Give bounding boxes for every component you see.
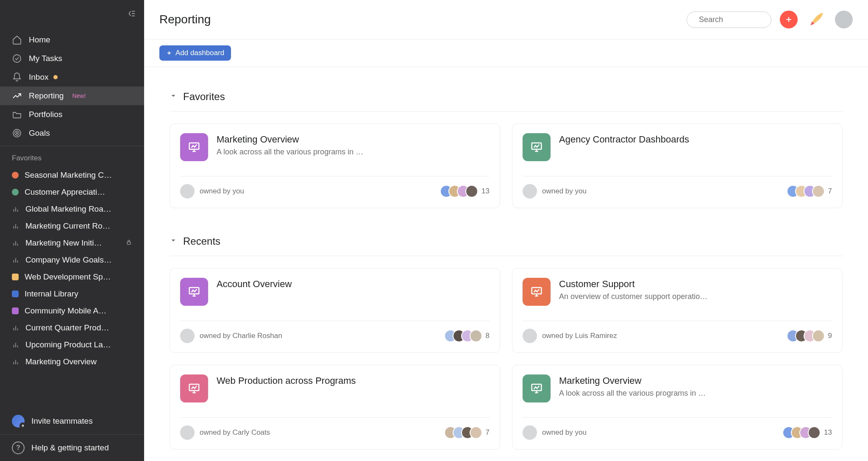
- card-grid: Marketing Overview A look across all the…: [170, 123, 843, 208]
- sidebar-project-item[interactable]: Company Wide Goals…: [0, 251, 144, 268]
- bar-chart-icon: [12, 239, 19, 247]
- owner-text: owned by Luis Ramirez: [542, 332, 617, 340]
- collaborator-count: 13: [481, 187, 490, 196]
- project-label: Company Wide Goals…: [25, 255, 132, 265]
- project-label: Global Marketing Roa…: [25, 204, 132, 214]
- project-label: Upcoming Product La…: [25, 340, 132, 349]
- project-label: Marketing Overview: [25, 357, 132, 366]
- sidebar-project-item[interactable]: Marketing Overview: [0, 353, 144, 370]
- dashboard-title: Customer Support: [559, 279, 707, 290]
- nav-reporting[interactable]: Reporting New!: [0, 87, 144, 105]
- collaborator-stack: [444, 330, 482, 342]
- bell-icon: [12, 72, 22, 82]
- help-button[interactable]: ? Help & getting started: [0, 435, 144, 461]
- sidebar-project-list: Seasonal Marketing C…Customer Appreciati…: [0, 167, 144, 370]
- dashboard-card[interactable]: Account Overview owned by Charlie Roshan…: [170, 268, 500, 353]
- project-color-icon: [12, 274, 19, 280]
- sidebar-project-item[interactable]: Marketing Current Ro…: [0, 218, 144, 235]
- dashboard-card[interactable]: Marketing Overview A look across all the…: [512, 365, 843, 450]
- topbar: Reporting: [144, 0, 868, 39]
- main: Reporting Add dashboard Favorites: [144, 0, 868, 461]
- project-color-icon: [12, 291, 19, 297]
- collaborator-avatar: [812, 185, 825, 198]
- dashboard-card[interactable]: Agency Contractor Dashboards owned by yo…: [512, 123, 843, 208]
- sidebar-project-item[interactable]: Marketing New Initi…: [0, 235, 144, 251]
- bar-chart-icon: [12, 358, 19, 366]
- bar-chart-icon: [12, 205, 19, 213]
- project-label: Internal Library: [25, 289, 132, 299]
- dashboard-title: Marketing Overview: [559, 375, 706, 386]
- collaborator-stack: [782, 426, 821, 439]
- owner-avatar: [523, 184, 537, 198]
- collaborator-stack: [787, 185, 825, 198]
- nav-goals[interactable]: Goals: [0, 124, 144, 142]
- search-box[interactable]: [687, 11, 771, 28]
- collaborator-count: 9: [828, 332, 832, 340]
- rocket-icon: [807, 10, 826, 29]
- dashboard-icon: [523, 278, 551, 306]
- dashboard-card[interactable]: Customer Support An overview of customer…: [512, 268, 843, 353]
- dashboard-subtitle: A look across all the various programs i…: [559, 389, 706, 398]
- nav-my-tasks[interactable]: My Tasks: [0, 49, 144, 68]
- owner-text: owned by Carly Coats: [200, 428, 270, 437]
- project-label: Community Mobile A…: [25, 306, 132, 316]
- dashboard-subtitle: A look across all the various programs i…: [217, 148, 363, 156]
- hamburger-collapse-icon: [126, 9, 136, 18]
- sidebar-collapse-button[interactable]: [126, 9, 136, 18]
- bar-chart-icon: [12, 222, 19, 230]
- folder-icon: [12, 109, 22, 120]
- add-dashboard-button[interactable]: Add dashboard: [159, 45, 231, 61]
- dashboard-icon: [180, 374, 208, 402]
- svg-rect-16: [127, 242, 131, 244]
- add-dashboard-label: Add dashboard: [175, 49, 224, 57]
- content: Favorites Marketing Overview A look acro…: [144, 67, 868, 461]
- invite-avatar-icon: [12, 415, 25, 427]
- dashboard-title: Marketing Overview: [217, 134, 363, 145]
- bar-chart-icon: [12, 256, 19, 264]
- card-footer: owned by you 13: [523, 417, 832, 440]
- dashboard-card[interactable]: Marketing Overview A look across all the…: [170, 123, 500, 208]
- dashboard-icon: [180, 278, 208, 306]
- invite-teammates-button[interactable]: Invite teammates: [0, 408, 144, 434]
- sidebar-project-item[interactable]: Upcoming Product La…: [0, 336, 144, 353]
- upgrade-icon[interactable]: [806, 9, 826, 30]
- sidebar: Home My Tasks Inbox Reporting New!: [0, 0, 144, 461]
- nav-my-tasks-label: My Tasks: [29, 54, 62, 63]
- sidebar-project-item[interactable]: Seasonal Marketing C…: [0, 167, 144, 184]
- omni-add-button[interactable]: [780, 11, 798, 28]
- card-grid: Account Overview owned by Charlie Roshan…: [170, 268, 843, 450]
- section-collapse-toggle[interactable]: [170, 237, 177, 246]
- project-label: Marketing New Initi…: [25, 238, 120, 248]
- sidebar-project-item[interactable]: Global Marketing Roa…: [0, 201, 144, 218]
- nav-goals-label: Goals: [29, 129, 50, 138]
- sidebar-project-item[interactable]: Community Mobile A…: [0, 302, 144, 319]
- sidebar-project-item[interactable]: Web Development Sp…: [0, 268, 144, 285]
- page-title: Reporting: [159, 13, 678, 26]
- lock-icon: [125, 238, 132, 248]
- project-color-icon: [12, 172, 19, 179]
- sidebar-project-item[interactable]: Internal Library: [0, 285, 144, 302]
- sidebar-favorites-header[interactable]: Favorites: [0, 146, 144, 167]
- inbox-unread-indicator-icon: [53, 75, 58, 79]
- nav-inbox[interactable]: Inbox: [0, 68, 144, 87]
- project-color-icon: [12, 307, 19, 314]
- nav-portfolios[interactable]: Portfolios: [0, 105, 144, 124]
- owner-avatar: [523, 329, 537, 343]
- user-avatar[interactable]: [835, 11, 853, 28]
- project-label: Marketing Current Ro…: [25, 221, 132, 231]
- section-collapse-toggle[interactable]: [170, 92, 177, 101]
- sidebar-project-item[interactable]: Customer Appreciati…: [0, 184, 144, 201]
- svg-point-6: [17, 133, 18, 134]
- nav-home[interactable]: Home: [0, 31, 144, 49]
- dashboard-icon: [523, 133, 551, 161]
- target-icon: [12, 128, 22, 138]
- primary-nav: Home My Tasks Inbox Reporting New!: [0, 27, 144, 146]
- dashboard-card[interactable]: Web Production across Programs owned by …: [170, 365, 500, 450]
- dashboard-title: Agency Contractor Dashboards: [559, 134, 689, 145]
- nav-reporting-label: Reporting: [29, 91, 64, 101]
- svg-point-5: [15, 131, 19, 135]
- plus-icon: [785, 15, 793, 24]
- sidebar-project-item[interactable]: Current Quarter Prod…: [0, 319, 144, 336]
- toolbar: Add dashboard: [144, 39, 868, 67]
- owner-text: owned by you: [200, 187, 244, 196]
